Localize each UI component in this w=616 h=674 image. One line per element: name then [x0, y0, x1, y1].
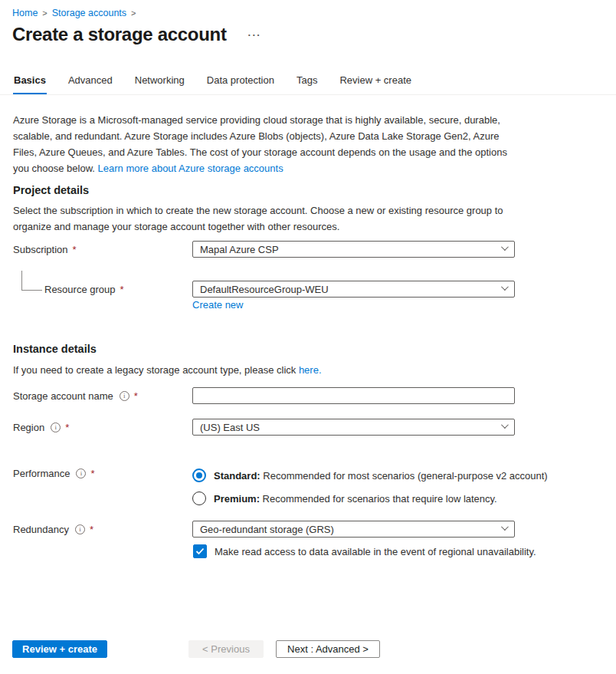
breadcrumb-link-storage-accounts[interactable]: Storage accounts [52, 8, 126, 18]
legacy-here-link[interactable]: here. [299, 364, 322, 376]
subscription-value: Mapal Azure CSP [200, 244, 279, 255]
required-asterisk: * [134, 390, 138, 402]
breadcrumb: Home > Storage accounts > [12, 8, 141, 18]
more-options-ellipsis-icon[interactable]: ··· [248, 29, 262, 41]
checkbox-checked-icon[interactable] [193, 544, 207, 558]
previous-button[interactable]: < Previous [188, 640, 264, 658]
learn-more-link[interactable]: Learn more about Azure storage accounts [98, 163, 283, 174]
tab-basics[interactable]: Basics [13, 73, 47, 94]
performance-option-premium[interactable]: Premium: Recommended for scenarios that … [192, 492, 548, 505]
next-advanced-button[interactable]: Next : Advanced > [276, 640, 380, 658]
required-asterisk: * [73, 244, 77, 255]
required-asterisk: * [120, 284, 124, 295]
performance-radio-group: Standard: Recommended for most scenarios… [192, 469, 548, 515]
tab-networking[interactable]: Networking [134, 73, 185, 94]
radio-unselected-icon[interactable] [192, 492, 206, 505]
redundancy-dropdown[interactable]: Geo-redundant storage (GRS) [192, 521, 515, 538]
tab-bar: Basics Advanced Networking Data protecti… [0, 73, 616, 95]
project-details-heading: Project details [13, 184, 89, 196]
required-asterisk: * [65, 422, 69, 433]
performance-label: Performance * [13, 468, 192, 479]
tab-tags[interactable]: Tags [296, 73, 318, 94]
intro-text: Azure Storage is a Microsoft-managed ser… [13, 112, 519, 176]
breadcrumb-separator-icon: > [38, 8, 51, 18]
storage-account-name-label: Storage account name * [13, 390, 192, 402]
resource-group-label: Resource group * [13, 284, 192, 295]
info-icon[interactable] [75, 524, 85, 534]
chevron-down-icon [501, 523, 509, 531]
subscription-dropdown[interactable]: Mapal Azure CSP [192, 241, 515, 258]
storage-account-name-input[interactable] [192, 387, 515, 404]
breadcrumb-link-home[interactable]: Home [12, 8, 38, 18]
legacy-account-text: If you need to create a legacy storage a… [13, 362, 519, 378]
chevron-down-icon [501, 283, 509, 291]
resource-group-value: DefaultResourceGroup-WEU [200, 284, 329, 295]
region-dropdown[interactable]: (US) East US [192, 419, 515, 436]
required-asterisk: * [90, 468, 94, 479]
breadcrumb-separator-icon: > [126, 8, 140, 18]
info-icon[interactable] [120, 391, 129, 401]
region-value: (US) East US [200, 422, 260, 433]
required-asterisk: * [90, 524, 93, 535]
region-label: Region * [13, 422, 192, 433]
info-icon[interactable] [51, 422, 61, 432]
subscription-label: Subscription * [13, 244, 192, 255]
radio-selected-icon[interactable] [192, 469, 206, 482]
create-new-link[interactable]: Create new [192, 299, 243, 311]
info-icon[interactable] [76, 469, 86, 478]
tab-review-create[interactable]: Review + create [339, 73, 412, 94]
redundancy-value: Geo-redundant storage (GRS) [200, 524, 334, 535]
read-access-checkbox-row[interactable]: Make read access to data available in th… [193, 544, 536, 558]
page-title: Create a storage account [12, 24, 227, 45]
performance-option-standard[interactable]: Standard: Recommended for most scenarios… [192, 469, 548, 482]
chevron-down-icon [501, 421, 509, 429]
instance-details-heading: Instance details [13, 343, 97, 355]
tab-advanced[interactable]: Advanced [67, 73, 113, 94]
review-create-button[interactable]: Review + create [12, 640, 107, 658]
read-access-checkbox-label: Make read access to data available in th… [215, 546, 536, 557]
resource-group-dropdown[interactable]: DefaultResourceGroup-WEU [192, 281, 515, 298]
chevron-down-icon [501, 243, 509, 251]
tab-data-protection[interactable]: Data protection [206, 73, 275, 94]
redundancy-label: Redundancy * [13, 524, 192, 535]
project-details-description: Select the subscription in which to crea… [13, 202, 519, 235]
